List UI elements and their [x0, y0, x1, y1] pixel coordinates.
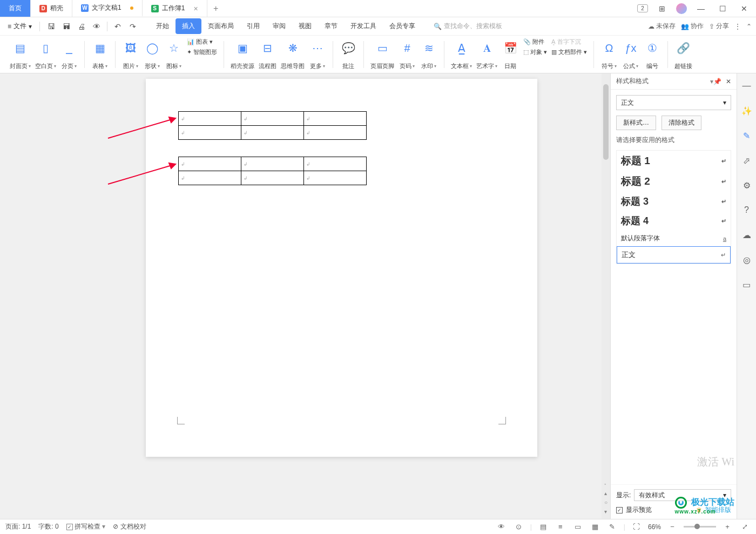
status-page[interactable]: 页面: 1/1 — [5, 522, 31, 531]
tab-close-icon[interactable]: × — [193, 4, 198, 13]
pin-icon[interactable]: 📌 — [713, 78, 721, 85]
page-break-button[interactable]: ⎯分页▾ — [58, 38, 80, 71]
tool-pen-icon[interactable]: ✎ — [740, 129, 754, 143]
badge-icon[interactable]: 2 — [637, 4, 648, 12]
menu-member[interactable]: 会员专享 — [383, 18, 422, 34]
tab-dk[interactable]: D稻壳 — [31, 0, 72, 17]
share-button[interactable]: ⇪分享 — [709, 22, 729, 31]
table-row[interactable]: ↲↲↲ — [179, 112, 367, 126]
tool-help-icon[interactable]: ? — [740, 203, 754, 217]
preview-checkbox[interactable]: ✓ — [616, 507, 623, 513]
apps-icon[interactable]: ⊞ — [654, 1, 670, 16]
window-maximize-icon[interactable]: ☐ — [715, 1, 730, 16]
blank-page-button[interactable]: ▯空白页▾ — [33, 38, 58, 71]
file-menu[interactable]: ≡文件▾ — [4, 22, 35, 31]
menu-review[interactable]: 审阅 — [266, 18, 292, 34]
style-item-h2[interactable]: 标题 2↵ — [617, 171, 731, 192]
collab-button[interactable]: 👥协作 — [681, 22, 704, 31]
view-web-icon[interactable]: ▦ — [589, 521, 601, 533]
undo-button[interactable]: ↶ — [111, 19, 125, 33]
numbering-button[interactable]: ①编号 — [642, 38, 663, 71]
headerfooter-button[interactable]: ▭页眉页脚 — [368, 38, 396, 71]
menu-view[interactable]: 视图 — [292, 18, 318, 34]
collapse-ribbon-icon[interactable]: ⌃ — [746, 23, 752, 30]
save-as-button[interactable]: 🖬 — [59, 19, 73, 33]
style-item-h1[interactable]: 标题 1↵ — [617, 151, 731, 171]
watermark-button[interactable]: ≋水印▾ — [418, 38, 440, 71]
view-read-icon[interactable]: ▭ — [572, 521, 584, 533]
avatar[interactable] — [676, 3, 687, 14]
zoom-value[interactable]: 66% — [648, 523, 661, 531]
zoom-in-icon[interactable]: + — [721, 521, 733, 533]
attach-button[interactable]: 📎附件 — [523, 38, 547, 46]
view-markup-icon[interactable]: ✎ — [606, 521, 618, 533]
menu-start[interactable]: 开始 — [150, 18, 176, 34]
tab-home[interactable]: 首页 — [0, 0, 31, 17]
object-button[interactable]: ⬚对象▾ — [523, 48, 547, 56]
redo-button[interactable]: ↷ — [126, 19, 140, 33]
table-row[interactable]: ↲↲↲ — [179, 157, 367, 171]
chart-button[interactable]: 📊图表▾ — [187, 38, 217, 46]
wordart-button[interactable]: 𝐀艺术字▾ — [474, 38, 500, 71]
table-2[interactable]: ↲↲↲ ↲↲↲ — [178, 157, 367, 185]
more-button[interactable]: ⋯更多▾ — [307, 38, 328, 71]
table-row[interactable]: ↲↲↲ — [179, 126, 367, 140]
menu-pagelayout[interactable]: 页面布局 — [201, 18, 240, 34]
flowchart-button[interactable]: ⊟流程图 — [256, 38, 279, 71]
tool-minimize-icon[interactable]: — — [740, 79, 754, 93]
tab-doc[interactable]: W文字文稿1 — [72, 0, 143, 17]
search-command[interactable]: 🔍查找命令、搜索模板 — [434, 22, 502, 31]
scroll-thumb[interactable] — [603, 84, 609, 160]
style-item-h4[interactable]: 标题 4↵ — [617, 211, 731, 231]
picture-button[interactable]: 🖼图片▾ — [120, 38, 141, 71]
view-outline-icon[interactable]: ≡ — [555, 521, 566, 533]
textbox-button[interactable]: A̲文本框▾ — [449, 38, 474, 71]
tool-pointer-icon[interactable]: ⬀ — [740, 153, 754, 167]
table-1[interactable]: ↲↲↲ ↲↲↲ — [178, 111, 367, 140]
tool-target-icon[interactable]: ◎ — [740, 253, 754, 267]
window-minimize-icon[interactable]: — — [693, 1, 708, 16]
new-style-button[interactable]: 新样式… — [616, 116, 656, 130]
tool-screen-icon[interactable]: ▭ — [740, 278, 754, 292]
iconlib-button[interactable]: ☆图标▾ — [163, 38, 185, 71]
menu-sections[interactable]: 章节 — [318, 18, 344, 34]
save-button[interactable]: 🖫 — [44, 19, 58, 33]
vertical-scrollbar[interactable]: ◦ ▴ ○ ▾ — [602, 73, 610, 519]
section-dot-icon[interactable]: ◦ — [604, 481, 608, 487]
menu-references[interactable]: 引用 — [240, 18, 266, 34]
status-proofread[interactable]: ⊘ 文档校对 — [113, 522, 146, 531]
zoom-out-icon[interactable]: − — [666, 521, 678, 533]
tab-sheet[interactable]: S工作簿1× — [143, 0, 207, 17]
clear-format-button[interactable]: 清除格式 — [662, 116, 701, 130]
formula-button[interactable]: ƒx公式▾ — [620, 38, 642, 71]
next-page-icon[interactable]: ▾ — [604, 509, 608, 515]
tool-sparkle-icon[interactable]: ✨ — [740, 104, 754, 118]
current-style-select[interactable]: 正文▾ — [616, 95, 731, 110]
print-preview-button[interactable]: 👁 — [90, 19, 104, 33]
cover-page-button[interactable]: ▤封面页▾ — [8, 38, 33, 71]
comment-button[interactable]: 💬批注 — [338, 38, 359, 71]
menu-devtools[interactable]: 开发工具 — [344, 18, 383, 34]
mindmap-button[interactable]: ❋思维导图 — [279, 38, 307, 71]
more-icon[interactable]: ⋮ — [734, 23, 741, 30]
pagenum-button[interactable]: #页码▾ — [396, 38, 418, 71]
symbol-button[interactable]: Ω符号▾ — [598, 38, 620, 71]
table-button[interactable]: ▦表格▾ — [89, 38, 111, 71]
new-tab-button[interactable]: + — [207, 0, 225, 17]
fullscreen-icon[interactable]: ⤢ — [739, 521, 751, 533]
focus-icon[interactable]: ⊙ — [513, 521, 525, 533]
unsaved-button[interactable]: ☁未保存 — [648, 22, 676, 31]
page-nav-icon[interactable]: ○ — [604, 499, 608, 505]
print-button[interactable]: 🖨 — [75, 19, 89, 33]
smart-layout-link[interactable]: 智能排版 — [705, 505, 731, 515]
shape-button[interactable]: ◯形状▾ — [141, 38, 163, 71]
panel-close-icon[interactable]: ✕ — [726, 78, 731, 85]
style-item-h3[interactable]: 标题 3↵ — [617, 192, 731, 211]
res-button[interactable]: ▣稻壳资源 — [228, 38, 256, 71]
menu-insert[interactable]: 插入 — [176, 18, 201, 34]
dropcap-button[interactable]: A͇首字下沉 — [551, 38, 587, 46]
zoom-slider[interactable] — [684, 526, 716, 528]
tool-settings-icon[interactable]: ⚙ — [740, 178, 754, 192]
eye-icon[interactable]: 👁 — [496, 521, 508, 533]
docpart-button[interactable]: ▥文档部件▾ — [551, 48, 587, 56]
